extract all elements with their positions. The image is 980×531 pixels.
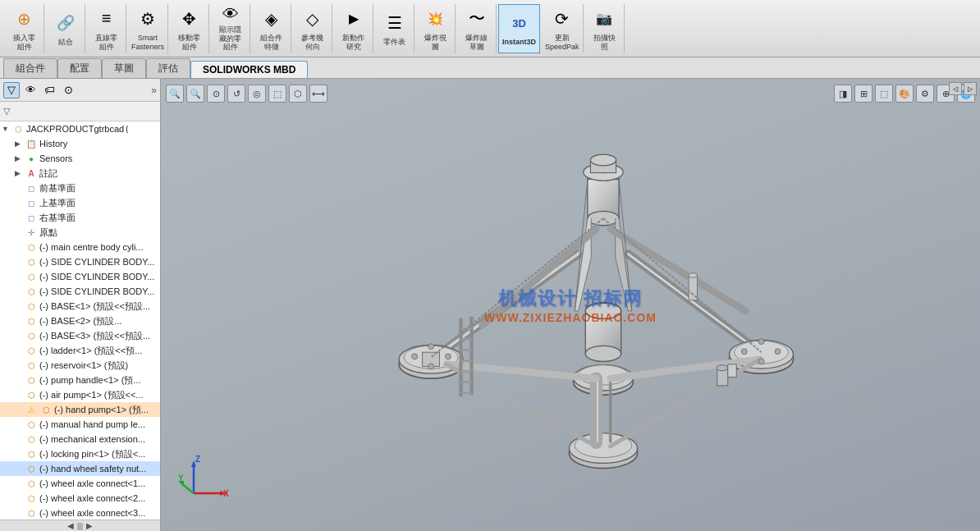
hand-pump-warning-icon: ⚠	[25, 403, 38, 416]
front-plane-icon: ◻	[25, 181, 38, 195]
tree-wheel-axle-2[interactable]: ⬡ (-) wheel axle connect<2...	[0, 491, 160, 506]
toolbar-parts-table[interactable]: ☰ 零件表	[375, 4, 414, 53]
zoom-out-icon[interactable]: 🔍	[186, 85, 204, 103]
tree-base-3[interactable]: ⬡ (-) BASE<3> (預設<<預設...	[0, 328, 160, 343]
tree-side-cyl-2[interactable]: ⬡ (-) SIDE CYLINDER BODY...	[0, 269, 160, 284]
left-scroll-right-icon[interactable]: ▶	[86, 521, 93, 530]
wireframe-icon[interactable]: ⟷	[309, 85, 327, 103]
lp-eye-icon[interactable]: 👁	[22, 82, 39, 98]
toolbar-assembly-features[interactable]: ◈ 組合件特徵	[252, 4, 291, 53]
right-plane-icon: ◻	[25, 211, 38, 224]
tree-origin[interactable]: ✛ 原點	[0, 225, 160, 240]
tab-assembly[interactable]: 組合件	[3, 58, 57, 78]
tree-sensors[interactable]: ▶ ● Sensors	[0, 151, 160, 166]
appearance-icon[interactable]: 🎨	[895, 85, 914, 103]
toolbar-linear[interactable]: ≡ 直線零組件	[87, 4, 126, 53]
wheel-axle-1-label: (-) wheel axle connect<1...	[39, 478, 145, 488]
filter-bar: ▽	[0, 102, 160, 121]
tree-history[interactable]: ▶ 📋 History	[0, 136, 160, 151]
panel-toggle-right[interactable]: ▷	[964, 82, 977, 95]
hand-wheel-nut-icon: ⬡	[25, 462, 38, 475]
tab-solidworks-mbd[interactable]: SOLIDWORKS MBD	[190, 61, 308, 78]
tab-layout[interactable]: 配置	[57, 58, 102, 78]
main-centre-label: (-) main centre body cyli...	[39, 242, 144, 252]
tree-manual-hand-pump[interactable]: ⬡ (-) manual hand pump le...	[0, 417, 160, 432]
toolbar-show-hide[interactable]: 👁 顯示隱藏的零組件	[211, 4, 250, 53]
tab-evaluate[interactable]: 評估	[146, 58, 190, 78]
tree-side-cyl-1[interactable]: ⬡ (-) SIDE CYLINDER BODY...	[0, 254, 160, 269]
display-mode-icon[interactable]: ⬚	[875, 85, 893, 103]
linear-label: 直線零組件	[95, 34, 117, 52]
toolbar-reference-geometry[interactable]: ◇ 參考幾何向	[293, 4, 332, 53]
tree-front-plane[interactable]: ◻ 前基準面	[0, 181, 160, 195]
linear-icon: ≡	[94, 6, 120, 32]
smart-fasteners-label: SmartFasteners	[131, 34, 164, 52]
section-view-icon[interactable]: ⊞	[854, 85, 872, 103]
toolbar-new-motion-study[interactable]: ▶ 新動作研究	[334, 4, 373, 53]
tree-base-2[interactable]: ⬡ (-) BASE<2> (預設...	[0, 314, 160, 328]
tree-wheel-axle-3[interactable]: ⬡ (-) wheel axle connect<3...	[0, 506, 160, 520]
ladder-1-icon: ⬡	[25, 344, 38, 357]
tree-ladder-1[interactable]: ⬡ (-) ladder<1> (預設<<預...	[0, 343, 160, 358]
tree-base-1[interactable]: ⬡ (-) BASE<1> (預設<<預設...	[0, 299, 160, 314]
tree-main-centre[interactable]: ⬡ (-) main centre body cyli...	[0, 240, 160, 254]
pump-handle-icon: ⬡	[25, 373, 38, 387]
history-expand-icon[interactable]: ▶	[15, 140, 25, 148]
zoom-fit-icon[interactable]: ⊙	[207, 85, 225, 103]
main-centre-icon: ⬡	[25, 240, 38, 254]
toolbar-mate[interactable]: 🔗 結合	[46, 4, 85, 53]
toolbar-insert-part[interactable]: ⊕ 插入零組件	[5, 4, 44, 53]
left-scroll-left-icon[interactable]: ◀	[67, 521, 74, 530]
tree-top-plane[interactable]: ◻ 上基準面	[0, 195, 160, 210]
toolbar-explode-line[interactable]: 〜 爆炸線草圖	[457, 4, 497, 53]
sensors-expand-icon[interactable]: ▶	[15, 154, 25, 163]
tree-side-cyl-3[interactable]: ⬡ (-) SIDE CYLINDER BODY...	[0, 284, 160, 299]
toolbar-exploded-view[interactable]: 💥 爆炸視圖	[416, 4, 456, 53]
tab-sketch[interactable]: 草圖	[102, 58, 146, 78]
base-2-icon: ⬡	[25, 314, 38, 327]
wheel-axle-3-label: (-) wheel axle connect<3...	[39, 508, 145, 518]
tree-air-pump-1[interactable]: ⬡ (-) air pump<1> (預設<<...	[0, 387, 160, 402]
annotations-expand-icon[interactable]: ▶	[15, 169, 25, 177]
select-icon[interactable]: ◎	[248, 85, 266, 103]
feature-tree[interactable]: ▼ ⬡ JACKPRODUCTgtrbcad ( ▶ 📋 History ▶ ●…	[0, 121, 160, 520]
shaded-icon[interactable]: ⬡	[289, 85, 307, 103]
side-cyl-2-label: (-) SIDE CYLINDER BODY...	[39, 272, 154, 282]
locking-pin-label: (-) locking pin<1> (預設<...	[39, 448, 145, 460]
toolbar-update-speedpak[interactable]: ⟳ 更新SpeedPak	[542, 4, 584, 53]
panel-toggle-left[interactable]: ◁	[949, 82, 962, 95]
expand-arrow-icon[interactable]: »	[151, 85, 157, 96]
toolbar-move-component[interactable]: ✥ 移動零組件	[170, 4, 209, 53]
lp-filter-icon[interactable]: ▽	[3, 82, 20, 98]
3d-viewport[interactable]: 🔍 🔍 ⊙ ↺ ◎ ⬚ ⬡ ⟷ ◨ ⊞ ⬚ 🎨 ⚙ ⊕ 🌐	[161, 79, 980, 531]
lp-tag-icon[interactable]: 🏷	[41, 82, 57, 98]
hand-wheel-nut-label: (-) hand wheel safety nut...	[39, 464, 146, 474]
root-expand-icon[interactable]: ▼	[2, 125, 11, 133]
tree-wheel-axle-1[interactable]: ⬡ (-) wheel axle connect<1...	[0, 476, 160, 491]
tree-right-plane[interactable]: ◻ 右基準面	[0, 210, 160, 225]
explode-line-icon: 〜	[464, 6, 490, 32]
toolbar-snapshot[interactable]: 📷 拍攝快照	[585, 4, 625, 53]
reference-geometry-label: 參考幾何向	[301, 34, 323, 52]
tree-locking-pin-1[interactable]: ⬡ (-) locking pin<1> (預設<...	[0, 446, 160, 461]
tree-root-item[interactable]: ▼ ⬡ JACKPRODUCTgtrbcad (	[0, 121, 160, 136]
tree-annotations[interactable]: ▶ A 註記	[0, 166, 160, 181]
view-orient-icon[interactable]: ◨	[834, 85, 852, 103]
hand-pump-label: (-) hand pump<1> (預...	[54, 404, 149, 416]
tree-hand-pump-1[interactable]: ⚠ ⬡ (-) hand pump<1> (預...	[0, 402, 160, 417]
zoom-in-icon[interactable]: 🔍	[166, 85, 184, 103]
sensors-label: Sensors	[39, 153, 72, 163]
box-select-icon[interactable]: ⬚	[268, 85, 286, 103]
lp-circle-icon[interactable]: ⊙	[60, 82, 76, 98]
scene-icon[interactable]: ⚙	[916, 85, 934, 103]
tree-pump-handle-1[interactable]: ⬡ (-) pump handle<1> (預...	[0, 373, 160, 387]
tree-reservoir-1[interactable]: ⬡ (-) reservoir<1> (預設)	[0, 358, 160, 373]
svg-point-45	[428, 364, 434, 369]
svg-rect-36	[728, 364, 736, 378]
svg-point-43	[445, 354, 451, 359]
toolbar-smart-fasteners[interactable]: ⚙ SmartFasteners	[128, 4, 168, 53]
rotate-icon[interactable]: ↺	[227, 85, 245, 103]
tree-hand-wheel-nut[interactable]: ⬡ (-) hand wheel safety nut...	[0, 461, 160, 476]
toolbar-instant3d[interactable]: 3D Instant3D	[498, 4, 540, 53]
tree-mechanical-ext[interactable]: ⬡ (-) mechanical extension...	[0, 432, 160, 446]
